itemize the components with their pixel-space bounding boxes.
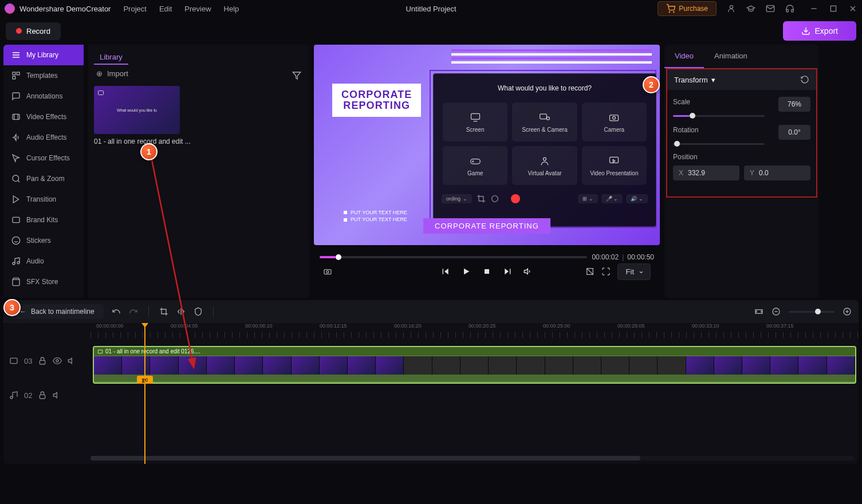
library-panel: Library ⊕ Import What would you like to …: [88, 45, 309, 298]
user-icon[interactable]: [727, 4, 736, 13]
crop-tool-icon[interactable]: [159, 307, 168, 316]
rotation-slider[interactable]: [673, 143, 765, 145]
headset-icon[interactable]: [785, 4, 794, 13]
tab-video[interactable]: Video: [664, 45, 704, 68]
crop-icon: [477, 194, 486, 203]
close-icon[interactable]: [848, 4, 857, 13]
svg-marker-23: [293, 72, 300, 79]
annotations-icon: [11, 92, 21, 101]
position-x-input[interactable]: X332.9: [673, 166, 739, 180]
scale-value[interactable]: 76%: [778, 97, 810, 112]
svg-point-2: [730, 6, 733, 9]
purchase-button[interactable]: Purchase: [658, 1, 717, 16]
fit-timeline-icon[interactable]: [754, 307, 763, 316]
menu-preview[interactable]: Preview: [184, 5, 211, 13]
app-name: Wondershare DemoCreator: [19, 5, 111, 13]
overlay-speaker-pill: 🔊 ⌄: [626, 194, 648, 203]
mail-icon[interactable]: [766, 4, 775, 13]
overlay-card-camera: Camera: [582, 103, 647, 141]
academy-icon[interactable]: [746, 4, 755, 13]
decorative-bars: [451, 49, 652, 65]
sidebar-item-panzoom[interactable]: Pan & Zoom: [3, 168, 84, 189]
export-button[interactable]: Export: [783, 21, 856, 41]
mute-icon[interactable]: [53, 391, 62, 400]
svg-marker-40: [444, 269, 448, 275]
mute-icon[interactable]: [68, 356, 77, 365]
sidebar-item-videoeffects[interactable]: Video Effects: [3, 107, 84, 127]
svg-rect-11: [13, 76, 15, 79]
zoom-out-icon[interactable]: [772, 307, 781, 316]
eye-icon[interactable]: [53, 356, 62, 365]
minimize-icon[interactable]: [809, 4, 818, 13]
svg-rect-56: [10, 358, 17, 363]
tab-animation[interactable]: Animation: [704, 45, 758, 68]
timeline-ruler[interactable]: 00:00:00:00 00:00:04:05 00:00:08:10 00:0…: [90, 323, 859, 340]
safe-zone-icon[interactable]: [585, 267, 595, 276]
clip-name-label: 01 - all in one record and edit ...: [94, 137, 304, 145]
overlay-mic-pill: 🎤 ⌄: [601, 194, 623, 203]
next-frame-icon[interactable]: [503, 267, 512, 276]
menu-project[interactable]: Project: [123, 5, 146, 13]
scale-slider[interactable]: [673, 115, 765, 117]
redo-icon[interactable]: [129, 307, 138, 316]
zoom-slider[interactable]: [789, 311, 835, 313]
videoeffects-icon: [11, 112, 21, 121]
record-button[interactable]: Record: [6, 22, 61, 40]
scrub-bar[interactable]: [320, 256, 587, 258]
sidebar: My Library Templates Annotations Video E…: [3, 45, 84, 298]
transition-icon: [11, 195, 21, 204]
sidebar-item-audioeffects[interactable]: Audio Effects: [3, 127, 84, 148]
preview-controls: 00:00:02|00:00:50 Fit: [314, 250, 660, 290]
record-overlay-window: What would you like to record? Screen Sc…: [433, 73, 656, 227]
filter-icon[interactable]: [292, 71, 301, 80]
stickers-icon: [11, 236, 21, 245]
timeline-clip[interactable]: 01 - all in one record and edit 0126....: [93, 346, 856, 384]
svg-rect-25: [471, 113, 479, 119]
undo-icon[interactable]: [112, 307, 121, 316]
snapshot-icon[interactable]: [323, 267, 332, 276]
zoom-in-icon[interactable]: [843, 307, 852, 316]
sidebar-item-cursoreffects[interactable]: Cursor Effects: [3, 148, 84, 168]
sidebar-item-brandkits[interactable]: Brand Kits: [3, 210, 84, 230]
svg-point-1: [674, 11, 674, 12]
marker-icon[interactable]: [194, 307, 203, 316]
smart-edit-badge[interactable]: ][C: [137, 376, 153, 384]
playhead[interactable]: ][C: [144, 324, 145, 464]
fullscreen-icon[interactable]: [601, 267, 611, 276]
lock-icon[interactable]: [38, 391, 47, 400]
timeline-scrollbar[interactable]: [90, 456, 854, 460]
volume-icon[interactable]: [524, 267, 533, 276]
svg-rect-5: [830, 6, 836, 11]
preview-canvas[interactable]: CORPORATE REPORTING PUT YOUR TEXT HERE P…: [314, 45, 660, 245]
timeline-tracks[interactable]: 00:00:00:00 00:00:04:05 00:00:08:10 00:0…: [90, 323, 859, 464]
svg-point-60: [10, 396, 13, 399]
menu-edit[interactable]: Edit: [159, 5, 172, 13]
overlay-recording-pill: ording⌄: [442, 194, 472, 203]
play-icon[interactable]: [462, 267, 471, 276]
sidebar-item-sfxstore[interactable]: SFX Store: [3, 271, 84, 292]
transform-section: Transform ▾ Scale 76%: [666, 68, 817, 198]
import-button[interactable]: ⊕ Import: [94, 65, 304, 82]
sidebar-item-stickers[interactable]: Stickers: [3, 230, 84, 251]
rotation-value[interactable]: 0.0°: [778, 125, 810, 140]
library-clip[interactable]: What would you like to 01 - all in one r…: [94, 86, 304, 145]
stop-icon[interactable]: [482, 267, 491, 276]
sidebar-item-templates[interactable]: Templates: [3, 65, 84, 86]
sidebar-item-annotations[interactable]: Annotations: [3, 86, 84, 107]
prev-frame-icon[interactable]: [441, 267, 450, 276]
lock-icon[interactable]: [38, 356, 47, 365]
overlay-card-game: Game: [443, 146, 507, 185]
svg-point-28: [546, 117, 549, 120]
library-tab[interactable]: Library: [94, 50, 128, 65]
back-to-main-button[interactable]: ← Back to maintimeline: [10, 304, 104, 319]
menu-help[interactable]: Help: [224, 5, 239, 13]
sidebar-item-audio[interactable]: Audio: [3, 251, 84, 271]
transform-header[interactable]: Transform ▾: [674, 76, 715, 84]
split-icon[interactable]: [176, 307, 186, 316]
maximize-icon[interactable]: [829, 4, 838, 13]
reset-icon[interactable]: [800, 75, 809, 84]
fit-dropdown[interactable]: Fit: [617, 263, 651, 280]
position-y-input[interactable]: Y0.0: [744, 166, 810, 180]
sidebar-item-mylibrary[interactable]: My Library: [3, 45, 84, 65]
sidebar-item-transition[interactable]: Transition: [3, 189, 84, 210]
